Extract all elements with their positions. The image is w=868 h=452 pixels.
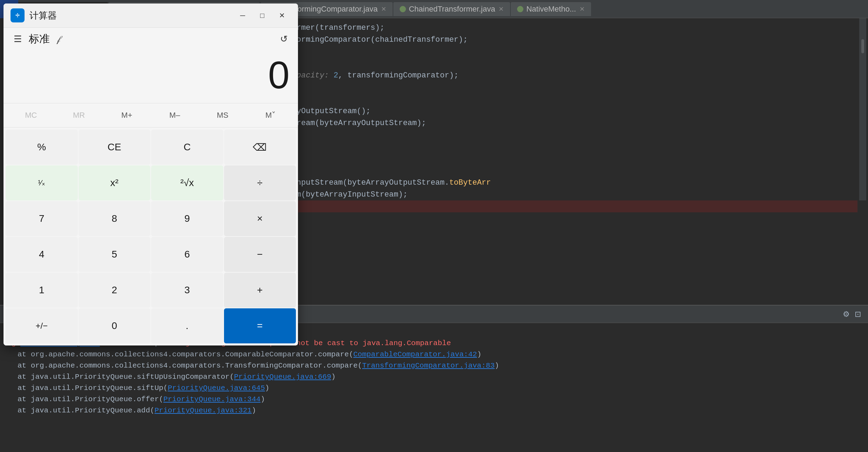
mem-mr-button[interactable]: MR [55,105,103,125]
console-stack-6: at java.util.PriorityQueue.add(PriorityQ… [7,405,861,416]
scroll-thumb[interactable] [861,39,864,53]
calc-sqrt-button[interactable]: ²√x [151,165,223,200]
calc-1-button[interactable]: 1 [6,273,78,308]
calc-close-button[interactable]: ✕ [273,8,291,22]
calc-history-button[interactable]: ↺ [276,30,292,47]
calc-8-button[interactable]: 8 [79,201,151,236]
calc-square-button[interactable]: x² [79,165,151,200]
tab-nativemethod[interactable]: NativeMetho... ✕ [511,2,591,16]
calc-result: 0 [12,54,290,96]
calc-title-text: 计算器 [29,9,57,22]
tab-close-ct[interactable]: ✕ [499,5,504,13]
calc-header: ☰ 标准 𝒻 ↺ [4,28,298,50]
calc-multiply-button[interactable]: × [224,201,296,236]
console-stack-3: at java.util.PriorityQueue.siftUpUsingCo… [7,371,861,383]
calc-app-icon: ÷ [11,8,25,22]
calc-backspace-button[interactable]: ⌫ [224,130,296,165]
mem-mplus-button[interactable]: M+ [103,105,151,125]
calc-script-button[interactable]: 𝒻 [53,32,65,46]
console-expand-icon[interactable]: ⊡ [855,310,861,319]
stack-link-5[interactable]: PriorityQueue.java:344 [163,394,260,405]
console-stack-5: at java.util.PriorityQueue.offer(Priorit… [7,394,861,405]
stack-link-1[interactable]: ComparableComparator.java:42 [353,349,477,360]
console-stack-2: at org.apache.commons.collections4.compa… [7,360,861,371]
mem-mv-button[interactable]: M˅ [246,105,294,125]
calc-ce-button[interactable]: CE [79,130,151,165]
calc-memory-row: MC MR M+ M– MS M˅ [4,103,298,128]
tab-chainedtransformer[interactable]: ChainedTransformer.java ✕ [393,2,510,16]
calc-7-button[interactable]: 7 [6,201,78,236]
calc-minimize-button[interactable]: ─ [233,8,252,22]
calc-negate-button[interactable]: +/− [6,308,78,343]
calc-add-button[interactable]: + [224,273,296,308]
calc-menu-button[interactable]: ☰ [9,30,26,47]
tab-label-ct: ChainedTransformer.java [409,5,495,14]
calc-2-button[interactable]: 2 [79,273,151,308]
console-stack-1: at org.apache.commons.collections4.compa… [7,349,861,360]
calc-divide-button[interactable]: ÷ [224,165,296,200]
calc-5-button[interactable]: 5 [79,237,151,272]
mem-mc-button[interactable]: MC [7,105,55,125]
calc-9-button[interactable]: 9 [151,201,223,236]
calc-equals-button[interactable]: = [224,308,296,343]
calc-title-left: ÷ 计算器 [11,8,57,22]
console-settings-icon[interactable]: ⚙ [843,310,850,319]
calc-c-button[interactable]: C [151,130,223,165]
calc-display: 0 [4,50,298,103]
calc-titlebar-buttons: ─ □ ✕ [233,8,291,22]
calculator-window: ÷ 计算器 ─ □ ✕ ☰ 标准 𝒻 ↺ 0 MC MR M+ M– MS M˅… [4,4,298,345]
stack-link-6[interactable]: PriorityQueue.java:321 [155,405,252,416]
calc-titlebar: ÷ 计算器 ─ □ ✕ [4,4,298,28]
calc-0-button[interactable]: 0 [79,308,151,343]
tab-label-nm: NativeMetho... [526,5,576,14]
scrollbar[interactable] [859,18,866,200]
tab-close-tc[interactable]: ✕ [381,5,386,13]
calc-icon-symbol: ÷ [15,11,20,20]
mem-ms-button[interactable]: MS [199,105,247,125]
calc-reciprocal-button[interactable]: ¹⁄ₓ [6,165,78,200]
calc-3-button[interactable]: 3 [151,273,223,308]
calc-mode-label: 标准 [29,32,50,46]
calc-buttons-grid: % CE C ⌫ ¹⁄ₓ x² ²√x ÷ 7 8 9 × 4 5 6 − 1 … [4,128,298,345]
calc-percent-button[interactable]: % [6,130,78,165]
tab-close-nm[interactable]: ✕ [579,5,585,13]
calc-decimal-button[interactable]: . [151,308,223,343]
tab-icon-ct [400,6,406,12]
console-stack-4: at java.util.PriorityQueue.siftUp(Priori… [7,383,861,394]
stack-link-3[interactable]: PriorityQueue.java:669 [234,371,331,383]
calc-maximize-button[interactable]: □ [253,8,271,22]
calc-subtract-button[interactable]: − [224,237,296,272]
stack-link-4[interactable]: PriorityQueue.java:645 [168,383,265,394]
mem-mminus-button[interactable]: M– [151,105,199,125]
stack-link-2[interactable]: TransformingComparator.java:83 [362,360,495,371]
calc-4-button[interactable]: 4 [6,237,78,272]
calc-6-button[interactable]: 6 [151,237,223,272]
tab-icon-nm [517,6,523,12]
